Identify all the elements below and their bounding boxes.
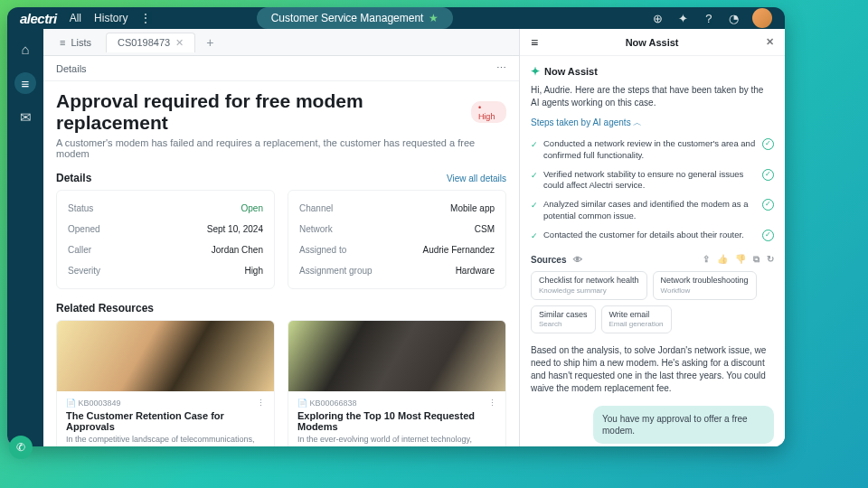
new-tab-button[interactable]: + — [199, 35, 221, 50]
thumbs-down-icon[interactable]: 👎 — [735, 254, 746, 265]
priority-badge: • High — [471, 101, 506, 123]
nav-history[interactable]: History — [94, 12, 127, 24]
details-columns: StatusOpenOpenedSept 10, 2024CallerJorda… — [56, 190, 506, 289]
eye-icon[interactable]: 👁 — [573, 255, 582, 265]
assist-title: ✦ Now Assist — [531, 65, 774, 78]
detail-row: StatusOpen — [68, 198, 263, 219]
detail-row: SeverityHigh — [68, 260, 263, 281]
feedback-icons: ⇪ 👍 👎 ⧉ ↻ — [703, 254, 774, 265]
detail-value: CSM — [475, 224, 495, 234]
nav-all[interactable]: All — [70, 12, 81, 24]
resource-title: Exploring the Top 10 Most Requested Mode… — [297, 410, 496, 432]
workspace-pill[interactable]: Customer Service Management ★ — [257, 7, 454, 29]
step-text: Verified network stability to ensure no … — [543, 169, 757, 192]
status-ok-icon: ✓ — [762, 199, 774, 211]
refresh-icon[interactable]: ↻ — [767, 254, 774, 265]
analysis-text: Based on the analysis, to solve Jordan's… — [531, 344, 774, 395]
resource-card: 📄 KB0003849⋮ The Customer Retention Case… — [56, 320, 275, 446]
inbox-icon[interactable]: ✉ — [14, 107, 36, 128]
sub-header-label: Details — [56, 63, 87, 74]
source-chip[interactable]: Checklist for network healthKnowledge su… — [531, 271, 647, 300]
resource-image — [288, 321, 505, 391]
close-icon[interactable]: ✕ — [175, 37, 184, 49]
thumbs-up-icon[interactable]: 👍 — [717, 254, 728, 265]
sources-label: Sources — [531, 255, 566, 265]
tab-lists[interactable]: ≡ Lists — [49, 33, 102, 52]
tab-case[interactable]: CS0198473 ✕ — [106, 33, 195, 52]
assist-title-text: Now Assist — [544, 66, 598, 77]
main-area: ⌂ ≡ ✉ ≡ Lists CS0198473 ✕ + Details ⋯ — [7, 29, 785, 446]
resource-image — [57, 321, 274, 391]
assist-intro: Hi, Audrie. Here are the steps that have… — [531, 84, 774, 109]
detail-value: Hardware — [456, 266, 495, 276]
detail-key: Channel — [299, 203, 333, 213]
sparkle-icon: ✦ — [531, 65, 540, 78]
bell-icon[interactable]: ◔ — [727, 11, 741, 25]
source-chip[interactable]: Network troubleshootingWorkflow — [653, 271, 757, 300]
assist-header-title: Now Assist — [626, 37, 679, 48]
check-icon: ✓ — [531, 139, 538, 150]
details-card-right: ChannelMobile appNetworkCSMAssigned toAu… — [288, 190, 506, 289]
check-icon: ✓ — [531, 200, 538, 211]
detail-key: Caller — [68, 245, 91, 255]
source-chip[interactable]: Write emailEmail generation — [601, 305, 672, 334]
detail-value: Open — [241, 203, 263, 213]
hamburger-icon[interactable]: ≡ — [531, 35, 538, 50]
help-icon[interactable]: ? — [702, 11, 716, 25]
content: ≡ Lists CS0198473 ✕ + Details ⋯ Approval… — [43, 29, 785, 446]
related-resources: 📄 KB0003849⋮ The Customer Retention Case… — [56, 320, 506, 446]
assist-panel: ≡ Now Assist ✕ ✦ Now Assist Hi, Audrie. … — [519, 29, 785, 446]
share-icon[interactable]: ⇪ — [703, 254, 710, 265]
resource-desc: In the competitive landscape of telecomm… — [66, 435, 265, 446]
details-card-left: StatusOpenOpenedSept 10, 2024CallerJorda… — [56, 190, 275, 289]
detail-key: Status — [68, 203, 93, 213]
detail-value: High — [244, 266, 263, 276]
detail-row: Assignment groupHardware — [299, 260, 495, 281]
status-ok-icon: ✓ — [762, 230, 774, 241]
check-icon: ✓ — [531, 230, 538, 241]
detail-key: Network — [299, 224, 333, 234]
step-text: Conducted a network review in the custom… — [543, 138, 757, 162]
related-header: Related Resources — [56, 302, 506, 314]
detail-row: OpenedSept 10, 2024 — [68, 219, 263, 239]
step-item: ✓ Verified network stability to ensure n… — [531, 165, 774, 196]
status-ok-icon: ✓ — [762, 138, 774, 150]
sources-row: Sources 👁 ⇪ 👍 👎 ⧉ ↻ — [531, 254, 774, 265]
steps-toggle[interactable]: Steps taken by AI agents ︿ — [531, 117, 774, 129]
workspace-label: Customer Service Management — [271, 12, 424, 24]
resource-meta: 📄 KB00066838⋮ — [297, 399, 496, 408]
brand-logo[interactable]: alectri — [20, 11, 57, 26]
top-nav: All History ⋮ — [70, 12, 152, 24]
view-all-details-link[interactable]: View all details — [447, 174, 506, 183]
left-rail: ⌂ ≡ ✉ — [7, 29, 43, 446]
step-item: ✓ Contacted the customer for details abo… — [531, 226, 774, 245]
home-icon[interactable]: ⌂ — [14, 38, 36, 60]
related-heading: Related Resources — [56, 302, 154, 314]
phone-bubble[interactable]: ✆ — [9, 436, 33, 459]
detail-row: CallerJordan Chen — [68, 239, 263, 260]
nav-more-icon[interactable]: ⋮ — [140, 12, 151, 24]
avatar[interactable] — [752, 8, 772, 28]
center-pane: ≡ Lists CS0198473 ✕ + Details ⋯ Approval… — [43, 29, 519, 446]
detail-row: ChannelMobile app — [299, 198, 495, 219]
list-icon[interactable]: ≡ — [14, 72, 36, 94]
detail-key: Assignment group — [299, 266, 373, 276]
step-item: ✓ Conducted a network review in the cust… — [531, 135, 774, 165]
more-icon[interactable]: ⋯ — [496, 62, 506, 74]
detail-key: Assigned to — [299, 245, 346, 255]
close-icon[interactable]: ✕ — [766, 36, 774, 48]
source-chip[interactable]: Similar casesSearch — [531, 305, 596, 334]
details-heading: Details — [56, 172, 91, 184]
top-icons: ⊕ ✦ ? ◔ — [651, 8, 772, 28]
detail-key: Opened — [68, 224, 100, 234]
sparkle-icon[interactable]: ✦ — [676, 11, 691, 25]
globe-icon[interactable]: ⊕ — [651, 11, 665, 25]
page-body: Approval required for free modem replace… — [43, 81, 519, 446]
resource-meta: 📄 KB0003849⋮ — [66, 399, 265, 408]
detail-value: Audrie Fernandez — [423, 245, 495, 255]
tab-lists-label: Lists — [71, 37, 91, 48]
page-title: Approval required for free modem replace… — [56, 90, 506, 134]
user-message-bubble: You have my approval to offer a free mod… — [593, 406, 774, 444]
copy-icon[interactable]: ⧉ — [753, 254, 760, 265]
resource-card: 📄 KB00066838⋮ Exploring the Top 10 Most … — [288, 320, 506, 446]
